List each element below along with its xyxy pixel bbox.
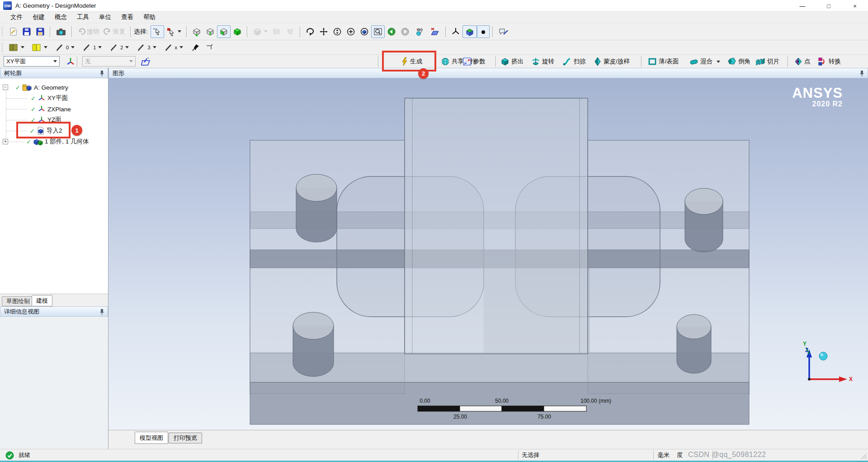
dropdown-caret <box>717 61 720 63</box>
redo-button[interactable]: 恢复 <box>101 25 127 38</box>
parameters-button[interactable]: →PP→ 参数 <box>461 56 487 67</box>
filter-face-button[interactable] <box>217 25 231 38</box>
menu-concept[interactable]: 概念 <box>50 12 72 22</box>
revolve-button[interactable]: 旋转 <box>530 56 556 67</box>
redo-label: 恢复 <box>113 28 125 36</box>
view-forward-button[interactable] <box>398 25 412 38</box>
resize-grip[interactable] <box>861 453 867 459</box>
menu-file[interactable]: 文件 <box>5 12 28 22</box>
maximize-button[interactable]: □ <box>816 0 842 12</box>
zoom-button[interactable] <box>330 25 344 38</box>
pin-icon[interactable] <box>99 309 104 315</box>
pencil-label: 2 <box>120 45 123 50</box>
pin-icon[interactable] <box>99 70 104 77</box>
revolve-icon <box>531 57 540 66</box>
active-plane-combo[interactable]: XY平面 <box>4 56 60 67</box>
zoom-fit-button[interactable] <box>358 25 371 38</box>
menu-view[interactable]: 查看 <box>116 12 138 22</box>
cursor-box-icon <box>166 27 175 36</box>
chamfer-button[interactable]: 倒角 <box>726 56 752 67</box>
iso-text: ISO <box>417 28 423 32</box>
display-points-button[interactable] <box>477 25 490 38</box>
window-controls: — □ × <box>789 0 868 12</box>
slice-button[interactable]: 切片 <box>754 56 781 67</box>
ruler-label-100: 100.00 (mm) <box>569 398 623 404</box>
menu-tools[interactable]: 工具 <box>72 12 94 22</box>
tree-item-zxplane[interactable]: ✓ ZXPlane <box>31 104 71 114</box>
save-as-button[interactable] <box>33 25 47 38</box>
undo-button[interactable]: 撤销 <box>75 25 101 38</box>
dropdown-caret <box>98 46 102 48</box>
ruler-1-button[interactable]: 1 <box>80 41 104 54</box>
box-select-button[interactable] <box>270 25 283 38</box>
screenshot-button[interactable] <box>53 25 69 38</box>
split-window-button[interactable] <box>29 41 50 54</box>
cursor-asterisk-icon: * <box>153 27 162 36</box>
save-button[interactable] <box>20 25 33 38</box>
comment-button[interactable] <box>496 25 511 38</box>
ruler-2-button[interactable]: 2 <box>108 41 131 54</box>
toolbar-grip <box>2 27 3 37</box>
ready-check-icon <box>5 451 14 460</box>
zoom-in-button[interactable] <box>344 25 358 38</box>
tab-print-preview[interactable]: 打印预览 <box>169 433 202 443</box>
ruler-3-button[interactable]: 3 <box>135 41 158 54</box>
collapse-icon[interactable]: − <box>3 85 8 90</box>
thin-surface-button[interactable]: 薄/表面 <box>646 56 680 67</box>
convert-button[interactable]: 转换 <box>816 56 842 67</box>
tree-item-xyplane[interactable]: ✓ XY平面 <box>31 93 68 104</box>
display-plane-button[interactable] <box>449 25 462 38</box>
check-icon: ✓ <box>31 106 36 113</box>
chamfer-icon <box>727 57 736 66</box>
svg-text:*: * <box>153 27 155 32</box>
plane-triad-button[interactable] <box>63 56 78 68</box>
filter-body-button[interactable] <box>231 25 244 38</box>
tab-model-view[interactable]: 模型视图 <box>135 432 168 444</box>
pencil-line-icon <box>137 43 146 52</box>
split-view-button[interactable] <box>6 41 27 54</box>
triad-x-label: X <box>849 376 853 382</box>
expand-icon[interactable]: + <box>3 139 8 144</box>
blend-icon <box>689 57 698 66</box>
corner-tool-button[interactable] <box>203 41 216 54</box>
extrude-button[interactable]: 挤出 <box>499 56 525 67</box>
select-mode-button[interactable] <box>164 25 184 38</box>
active-sketch-combo[interactable]: 无 <box>82 56 136 67</box>
tab-sketching[interactable]: 草图绘制 <box>2 296 34 306</box>
iso-view-button[interactable]: ISO <box>412 25 427 38</box>
filter-vertex-button[interactable] <box>190 25 203 38</box>
tab-modeling[interactable]: 建模 <box>32 295 52 306</box>
parameters-icon: →PP→ <box>462 57 472 66</box>
status-bar: 就绪 无选择 毫米 度 CSDN @qq_50981222 <box>0 449 868 461</box>
sweep-button[interactable]: 扫掠 <box>561 56 587 67</box>
app-icon: DM <box>3 1 12 10</box>
new-sketch-tool-button[interactable]: * <box>138 56 154 68</box>
model-viewport[interactable]: ANSYS 2020 R2 0.00 50.00 100.00 (mm) 25.… <box>108 78 868 430</box>
minimize-button[interactable]: — <box>789 0 816 12</box>
box-zoom-button[interactable] <box>371 25 385 38</box>
filter-edge-button[interactable] <box>203 25 217 38</box>
pin-icon[interactable] <box>859 70 864 77</box>
point-button[interactable]: 点 <box>793 56 812 67</box>
close-button[interactable]: × <box>842 0 868 12</box>
ruler-label-50: 50.00 <box>488 398 515 404</box>
view-back-button[interactable] <box>385 25 398 38</box>
extend-selection-button[interactable] <box>250 25 270 38</box>
coordinate-triad[interactable] <box>787 338 863 393</box>
ruler-x-button[interactable]: x <box>162 41 186 54</box>
pin-tool-button[interactable] <box>189 41 203 54</box>
rotate-view-button[interactable] <box>303 25 317 38</box>
ruler-0-button[interactable]: 0 <box>53 41 77 54</box>
new-sketch-button[interactable] <box>6 25 20 38</box>
blend-button[interactable]: 混合 <box>688 56 722 67</box>
skin-loft-button[interactable]: 蒙皮/放样 <box>592 56 631 67</box>
menu-units[interactable]: 单位 <box>94 12 116 22</box>
select-pointer-button[interactable]: * <box>151 25 164 38</box>
lasso-select-button[interactable] <box>283 25 297 38</box>
menu-help[interactable]: 帮助 <box>138 12 160 22</box>
display-model-button[interactable] <box>462 25 477 38</box>
look-at-button[interactable] <box>427 25 443 38</box>
menu-create[interactable]: 创建 <box>28 12 50 22</box>
pan-view-button[interactable] <box>317 25 330 38</box>
tree-item-geometry-root[interactable]: − ✓ A: Geometry <box>3 82 68 93</box>
